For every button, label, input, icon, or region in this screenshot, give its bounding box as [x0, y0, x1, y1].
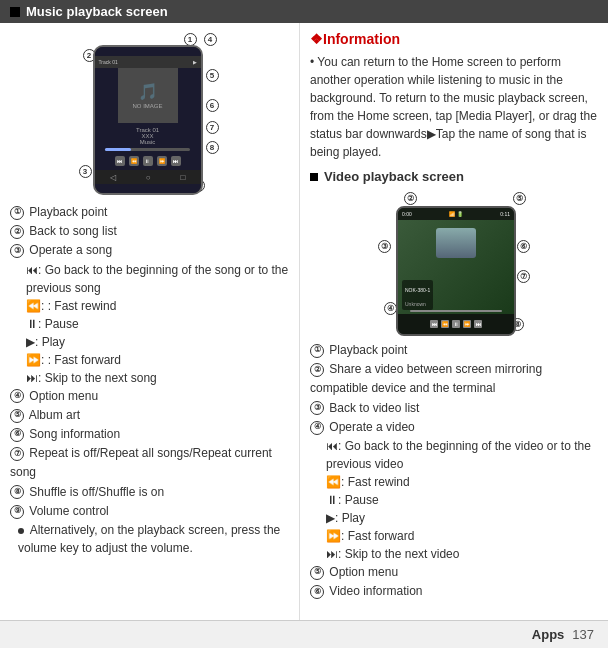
- v-sub-play: ▶: Play: [310, 509, 598, 527]
- video-content: NOK-380-1 Unknown: [398, 220, 514, 314]
- list-item-repeat: ⑦ Repeat is off/Repeat all songs/Repeat …: [10, 444, 289, 482]
- num-9: ⑨: [10, 505, 24, 519]
- v-list-option: ⑤ Option menu: [310, 563, 598, 582]
- info-text: You can return to the Home screen to per…: [310, 55, 597, 159]
- v-sub-fast-rewind: ⏪: Fast rewind: [310, 473, 598, 491]
- video-phone-area: ② ⑤ ③ ⑥ ④ ⑦ ⑧ 0:00 📶 🔋 0:11: [310, 190, 598, 335]
- shuffle-text: Shuffle is off/Shuffle is on: [29, 485, 164, 499]
- v-annotation-6: ⑥: [517, 240, 530, 253]
- no-image-icon: 🎵: [138, 82, 158, 101]
- volume-sub-label: Alternatively, on the playback screen, p…: [18, 523, 280, 555]
- video-phone-mockup: 0:00 📶 🔋 0:11: [396, 206, 516, 336]
- operate-song-text: Operate a song: [29, 243, 112, 257]
- phone-screen: Track 01 ▶ 🎵 NO IMAGE Track 01 XXX: [95, 47, 201, 193]
- v-num-1: ①: [310, 344, 324, 358]
- v-annotation-2: ②: [404, 192, 417, 205]
- v-num-3: ③: [310, 401, 324, 415]
- video-list-section: ① Playback point ② Share a video between…: [310, 341, 598, 601]
- v-list-playback-point: ① Playback point: [310, 341, 598, 360]
- annotation-6: 6: [206, 99, 219, 112]
- video-time-left: 0:00: [402, 211, 412, 217]
- v-annotation-7: ⑦: [517, 270, 530, 283]
- v-sub-pause: ⏸: Pause: [310, 491, 598, 509]
- fast-forward-text: : Fast forward: [48, 353, 121, 367]
- sub-item-fast-rewind: ⏪: : Fast rewind: [10, 297, 289, 315]
- footer: Apps 137: [0, 620, 608, 648]
- phone-mockup-area: 1 2 4 5 6 7 3 8 9: [10, 31, 289, 196]
- list-item-operate-song: ③ Operate a song: [10, 241, 289, 260]
- list-item-back-to-song: ② Back to song list: [10, 222, 289, 241]
- v-list-video-info: ⑥ Video information: [310, 582, 598, 601]
- right-column: ❖Information • You can return to the Hom…: [300, 23, 608, 620]
- sub-item-skip-next: ⏭: Skip to the next song: [10, 369, 289, 387]
- v-sub-skip: ⏭: Skip to the next video: [310, 545, 598, 563]
- footer-apps-label: Apps: [532, 627, 565, 642]
- num-5: ⑤: [10, 409, 24, 423]
- v-num-2: ②: [310, 363, 324, 377]
- video-top-bar: 0:00 📶 🔋 0:11: [398, 208, 514, 220]
- v-list-operate: ④ Operate a video: [310, 418, 598, 437]
- bullet-icon: [18, 528, 24, 534]
- no-image-label: NO IMAGE: [132, 103, 162, 109]
- v-sub-fast-forward: ⏩: Fast forward: [310, 527, 598, 545]
- annotation-4: 4: [204, 33, 217, 46]
- list-item-playback-point: ① Playback point: [10, 203, 289, 222]
- list-item-option-menu: ④ Option menu: [10, 387, 289, 406]
- v-num-5: ⑤: [310, 566, 324, 580]
- v-num-4: ④: [310, 421, 324, 435]
- video-section-title: Video playback screen: [310, 169, 598, 184]
- list-item-album-art: ⑤ Album art: [10, 406, 289, 425]
- v-list-back: ③ Back to video list: [310, 399, 598, 418]
- phone-mockup: Track 01 ▶ 🎵 NO IMAGE Track 01 XXX: [93, 45, 203, 195]
- fast-rewind-text: : Fast rewind: [48, 299, 117, 313]
- num-4: ④: [10, 389, 24, 403]
- black-square-icon: [10, 7, 20, 17]
- video-title-text: Video playback screen: [324, 169, 464, 184]
- ctrl-next: ⏭: [171, 156, 181, 166]
- volume-sub-text: Alternatively, on the playback screen, p…: [10, 521, 289, 557]
- v-ctrl-prev: ⏮: [430, 320, 438, 328]
- v-share-text: Share a video between screen mirroring c…: [310, 362, 542, 395]
- album-art-text: Album art: [29, 408, 80, 422]
- main-columns: 1 2 4 5 6 7 3 8 9: [0, 23, 608, 620]
- v-ctrl-rew: ⏪: [441, 320, 449, 328]
- header-bar: Music playback screen: [0, 0, 608, 23]
- progress-bar: [105, 148, 190, 151]
- v-video-info-text: Video information: [329, 584, 422, 598]
- num-8: ⑧: [10, 485, 24, 499]
- annotation-8: 8: [206, 141, 219, 154]
- footer-page-number: 137: [572, 627, 594, 642]
- track-info: Track 01 XXX Music: [136, 127, 159, 145]
- v-ctrl-next: ⏭: [474, 320, 482, 328]
- list-section: ① Playback point ② Back to song list ③ O…: [10, 203, 289, 557]
- v-operate-text: Operate a video: [329, 420, 414, 434]
- page: Music playback screen 1 2 4 5 6: [0, 0, 608, 648]
- option-menu-text: Option menu: [29, 389, 98, 403]
- annotation-3: 3: [79, 165, 92, 178]
- back-to-song-text: Back to song list: [29, 224, 116, 238]
- sub-item-play: ▶: Play: [10, 333, 289, 351]
- num-6: ⑥: [10, 428, 24, 442]
- list-item-shuffle: ⑧ Shuffle is off/Shuffle is on: [10, 483, 289, 502]
- footer-page: Apps 137: [532, 627, 594, 642]
- song-info-text: Song information: [29, 427, 120, 441]
- video-screen: 0:00 📶 🔋 0:11: [398, 208, 514, 334]
- left-column: 1 2 4 5 6 7 3 8 9: [0, 23, 300, 620]
- repeat-text: Repeat is off/Repeat all songs/Repeat cu…: [10, 446, 272, 479]
- sub-item-go-back: ⏮: Go back to the beginning of the song …: [10, 261, 289, 297]
- sub-item-fast-forward: ⏩: : Fast forward: [10, 351, 289, 369]
- annotation-7: 7: [206, 121, 219, 134]
- ctrl-prev: ⏮: [115, 156, 125, 166]
- num-1: ①: [10, 206, 24, 220]
- v-ctrl-pause: ⏸: [452, 320, 460, 328]
- ctrl-fwd: ⏩: [157, 156, 167, 166]
- num-2: ②: [10, 225, 24, 239]
- v-back-text: Back to video list: [329, 401, 419, 415]
- v-annotation-5: ⑤: [513, 192, 526, 205]
- list-item-volume: ⑨ Volume control: [10, 502, 289, 521]
- black-square-video-icon: [310, 173, 318, 181]
- v-ctrl-fwd: ⏩: [463, 320, 471, 328]
- video-time-right: 0:11: [500, 211, 510, 217]
- sub-item-pause: ⏸: Pause: [10, 315, 289, 333]
- v-num-6: ⑥: [310, 585, 324, 599]
